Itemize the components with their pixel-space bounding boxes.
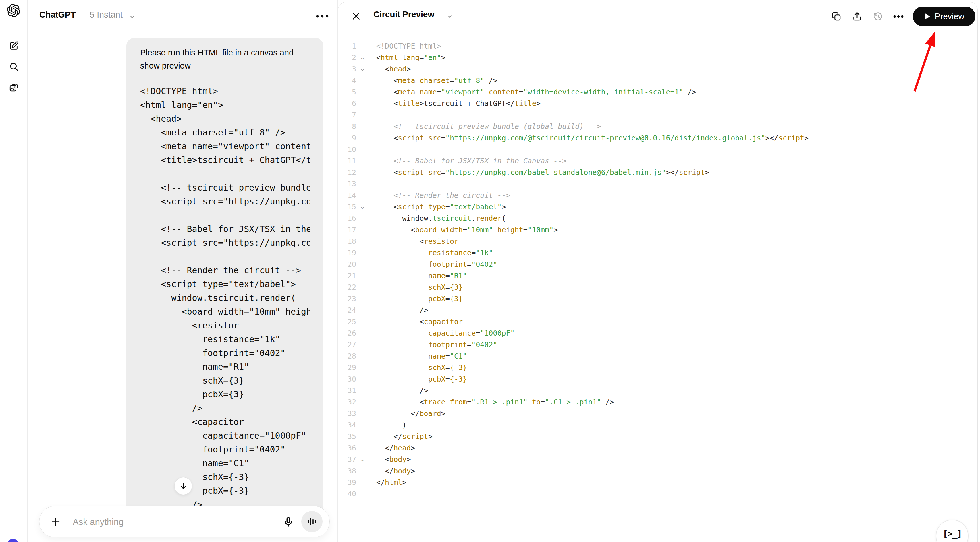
code-line[interactable]: 34 ) <box>338 419 976 431</box>
chat-options-button[interactable] <box>314 10 330 22</box>
line-number: 3 <box>338 65 356 73</box>
fold-chevron-icon[interactable]: ⌄ <box>356 456 369 463</box>
canvas-title-chevron-down-icon[interactable] <box>446 13 453 21</box>
code-line[interactable]: 2⌄<html lang="en"> <box>338 52 976 63</box>
code-text: <!-- Babel for JSX/TSX in the Canvas --> <box>369 157 566 165</box>
code-line[interactable]: 40 <box>338 488 976 499</box>
code-line[interactable]: 7 <box>338 109 976 121</box>
code-text: <title>tscircuit + ChatGPT</title> <box>369 99 541 108</box>
code-line[interactable]: 15⌄ <script type="text/babel"> <box>338 201 976 213</box>
chat-app-title[interactable]: ChatGPT <box>39 10 76 19</box>
code-line[interactable]: 31 /> <box>338 385 976 396</box>
openai-logo-icon <box>7 4 20 17</box>
copy-icon <box>831 11 842 22</box>
history-icon <box>873 11 883 22</box>
code-line[interactable]: 12 <script src="https://unpkg.com/babel-… <box>338 167 976 178</box>
search-chats-button[interactable] <box>8 61 19 72</box>
code-line[interactable]: 5 <meta name="viewport" content="width=d… <box>338 86 976 98</box>
code-text: pcbX={3} <box>369 294 463 303</box>
code-line[interactable]: 6 <title>tscircuit + ChatGPT</title> <box>338 98 976 109</box>
canvas-more-options-button[interactable] <box>892 10 905 23</box>
voice-waveform-icon <box>307 517 317 527</box>
code-line[interactable]: 11 <!-- Babel for JSX/TSX in the Canvas … <box>338 155 976 167</box>
search-icon <box>9 62 19 72</box>
voice-mode-button[interactable] <box>301 511 323 532</box>
code-line[interactable]: 29 schX={-3} <box>338 362 976 373</box>
code-line[interactable]: 35 </script> <box>338 431 976 442</box>
model-selector-label[interactable]: 5 Instant <box>90 10 123 19</box>
code-text: <!-- Render the circuit --> <box>369 191 511 200</box>
code-line[interactable]: 17 <board width="10mm" height="10mm"> <box>338 224 976 235</box>
code-line[interactable]: 1<!DOCTYPE html> <box>338 40 976 52</box>
code-line[interactable]: 27 footprint="0402" <box>338 339 976 350</box>
code-line[interactable]: 19 resistance="1k" <box>338 247 976 258</box>
code-text: pcbX={-3} <box>369 375 467 383</box>
line-number: 11 <box>338 157 356 165</box>
fold-chevron-icon[interactable]: ⌄ <box>356 65 369 73</box>
line-number: 17 <box>338 226 356 234</box>
attach-plus-button[interactable] <box>50 517 61 528</box>
code-line[interactable]: 13 <box>338 178 976 189</box>
line-number: 33 <box>338 409 356 418</box>
code-line[interactable]: 18 <resistor <box>338 235 976 247</box>
canvas-close-button[interactable] <box>350 10 363 22</box>
model-selector-chevron-down-icon[interactable] <box>129 13 135 21</box>
code-text: window.tscircuit.render( <box>369 214 506 223</box>
code-line[interactable]: 8 <!-- tscircuit preview bundle (global … <box>338 121 976 132</box>
fold-chevron-icon[interactable]: ⌄ <box>356 203 369 210</box>
code-text: <script src="https://unpkg.com/@tscircui… <box>369 134 808 142</box>
code-line[interactable]: 24 /> <box>338 304 976 316</box>
fold-chevron-icon[interactable]: ⌄ <box>356 54 369 61</box>
code-editor[interactable]: 1<!DOCTYPE html>2⌄<html lang="en">3⌄ <he… <box>338 40 976 499</box>
new-chat-button[interactable] <box>8 40 19 51</box>
compose-icon <box>9 41 19 51</box>
preview-button[interactable]: Preview <box>913 6 975 26</box>
code-line[interactable]: 16 window.tscircuit.render( <box>338 213 976 224</box>
canvas-title[interactable]: Circuit Preview <box>373 10 434 19</box>
code-line[interactable]: 9 <script src="https://unpkg.com/@tscirc… <box>338 132 976 143</box>
code-line[interactable]: 36 </head> <box>338 442 976 454</box>
ellipsis-icon <box>315 14 329 18</box>
user-avatar[interactable] <box>8 539 18 542</box>
share-button[interactable] <box>851 10 863 23</box>
code-line[interactable]: 28 name="C1" <box>338 350 976 362</box>
code-text: <body> <box>369 455 411 464</box>
code-text: /> <box>369 386 428 395</box>
code-line[interactable]: 25 <capacitor <box>338 316 976 327</box>
chat-input-bar[interactable]: Ask anything <box>39 506 330 537</box>
scroll-to-bottom-button[interactable] <box>174 477 192 495</box>
microphone-icon <box>283 517 294 528</box>
code-line[interactable]: 14 <!-- Render the circuit --> <box>338 189 976 201</box>
code-text: </head> <box>369 444 415 452</box>
code-line[interactable]: 39</html> <box>338 477 976 488</box>
copy-code-button[interactable] <box>830 10 843 23</box>
code-text: <board width="10mm" height="10mm"> <box>369 226 558 234</box>
code-text: /> <box>369 306 428 314</box>
line-number: 23 <box>338 294 356 303</box>
code-line[interactable]: 33 </board> <box>338 408 976 419</box>
code-line[interactable]: 30 pcbX={-3} <box>338 373 976 385</box>
close-icon <box>351 11 361 21</box>
line-number: 9 <box>338 134 356 142</box>
code-line[interactable]: 22 schX={3} <box>338 281 976 293</box>
code-line[interactable]: 3⌄ <head> <box>338 63 976 75</box>
line-number: 13 <box>338 180 356 188</box>
line-number: 29 <box>338 364 356 372</box>
code-line[interactable]: 23 pcbX={3} <box>338 293 976 304</box>
dictate-button[interactable] <box>283 517 294 528</box>
line-number: 2 <box>338 53 356 62</box>
code-line[interactable]: 38 </body> <box>338 465 976 477</box>
code-line[interactable]: 37⌄ <body> <box>338 454 976 465</box>
code-line[interactable]: 21 name="R1" <box>338 270 976 281</box>
code-line[interactable]: 4 <meta charset="utf-8" /> <box>338 75 976 86</box>
library-button[interactable] <box>8 82 19 93</box>
code-line[interactable]: 26 capacitance="1000pF" <box>338 327 976 339</box>
code-line[interactable]: 10 <box>338 143 976 155</box>
chat-input-placeholder[interactable]: Ask anything <box>73 517 124 528</box>
line-number: 37 <box>338 455 356 464</box>
code-line[interactable]: 32 <trace from=".R1 > .pin1" to=".C1 > .… <box>338 396 976 408</box>
code-text: <!DOCTYPE html> <box>369 42 441 50</box>
library-images-icon <box>9 83 19 92</box>
version-history-button[interactable] <box>872 10 885 23</box>
code-line[interactable]: 20 footprint="0402" <box>338 258 976 270</box>
